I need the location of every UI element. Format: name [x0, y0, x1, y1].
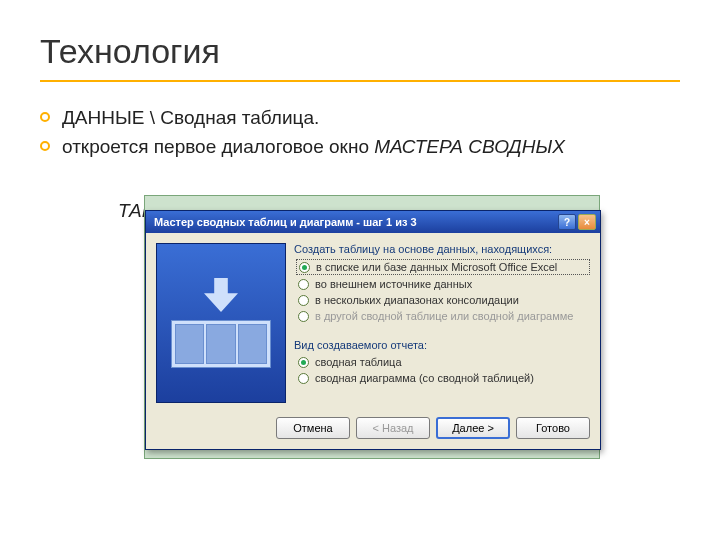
close-button[interactable]: × [578, 214, 596, 230]
back-button: < Назад [356, 417, 430, 439]
bullet-text: ДАННЫЕ \ Сводная таблица. [62, 106, 319, 131]
radio-source-other-pivot: в другой сводной таблице или сводной диа… [296, 309, 590, 323]
radio-source-excel[interactable]: в списке или базе данных Microsoft Offic… [296, 259, 590, 275]
radio-label: в списке или базе данных Microsoft Offic… [316, 261, 557, 273]
next-button[interactable]: Далее > [436, 417, 510, 439]
titlebar: Мастер сводных таблиц и диаграмм - шаг 1… [146, 211, 600, 233]
list-item: ДАННЫЕ \ Сводная таблица. [40, 106, 680, 131]
radio-icon [299, 262, 310, 273]
dialog-body: Создать таблицу на основе данных, находя… [146, 233, 600, 411]
button-bar: Отмена < Назад Далее > Готово [146, 411, 600, 449]
group-label-source: Создать таблицу на основе данных, находя… [294, 243, 590, 255]
radio-icon [298, 311, 309, 322]
list-item: откроется первое диалоговое окно МАСТЕРА… [40, 135, 680, 160]
radio-source-consolidation[interactable]: в нескольких диапазонах консолидации [296, 293, 590, 307]
radio-source-external[interactable]: во внешнем источнике данных [296, 277, 590, 291]
bullet-text: откроется первое диалоговое окно МАСТЕРА… [62, 135, 565, 160]
wizard-illustration [156, 243, 286, 403]
bullet-icon [40, 112, 50, 122]
finish-button[interactable]: Готово [516, 417, 590, 439]
form-area: Создать таблицу на основе данных, находя… [294, 243, 590, 403]
wizard-dialog: Мастер сводных таблиц и диаграмм - шаг 1… [145, 210, 601, 450]
radio-label: сводная диаграмма (со сводной таблицей) [315, 372, 534, 384]
screenshot-area: Мастер сводных таблиц и диаграмм - шаг 1… [144, 195, 600, 459]
radio-label: сводная таблица [315, 356, 402, 368]
bullet-icon [40, 141, 50, 151]
radio-icon [298, 373, 309, 384]
dialog-title: Мастер сводных таблиц и диаграмм - шаг 1… [150, 216, 556, 228]
radio-label: во внешнем источнике данных [315, 278, 472, 290]
cancel-button[interactable]: Отмена [276, 417, 350, 439]
bullet-italic: МАСТЕРА СВОДНЫХ [374, 136, 565, 157]
mini-tables-icon [171, 320, 271, 368]
group-label-report-type: Вид создаваемого отчета: [294, 339, 590, 351]
radio-icon [298, 357, 309, 368]
radio-type-table[interactable]: сводная таблица [296, 355, 590, 369]
bullet-plain: откроется первое диалоговое окно [62, 136, 374, 157]
radio-label: в другой сводной таблице или сводной диа… [315, 310, 573, 322]
slide-title: Технология [40, 32, 220, 71]
radio-icon [298, 279, 309, 290]
title-underline [40, 80, 680, 82]
radio-type-chart[interactable]: сводная диаграмма (со сводной таблицей) [296, 371, 590, 385]
radio-icon [298, 295, 309, 306]
arrow-down-icon [204, 278, 238, 312]
radio-label: в нескольких диапазонах консолидации [315, 294, 519, 306]
help-button[interactable]: ? [558, 214, 576, 230]
bullet-list: ДАННЫЕ \ Сводная таблица. откроется перв… [40, 106, 680, 163]
